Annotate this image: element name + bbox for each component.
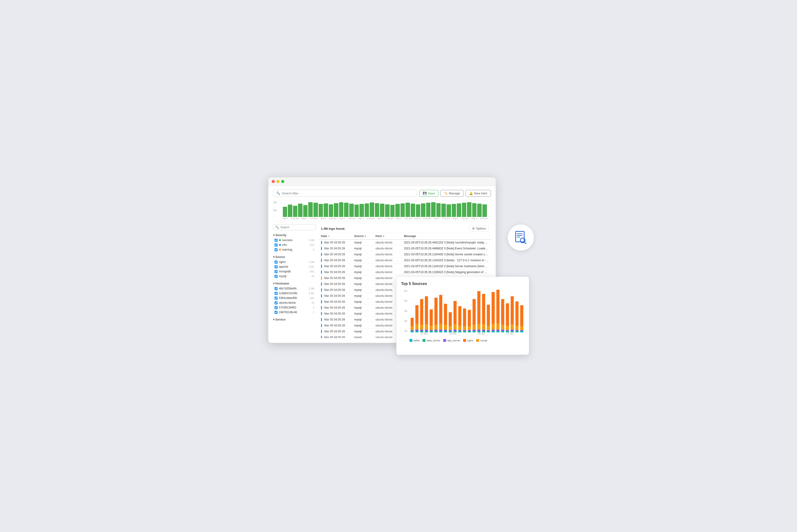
filter-host4-checkbox[interactable] [274, 301, 278, 304]
y-label-5m: 5M [404, 290, 407, 292]
filter-warning-checkbox[interactable] [274, 248, 278, 251]
chart-panel-title: Top 5 Sources [401, 282, 524, 286]
save-icon: 💾 [423, 192, 427, 195]
bar-data_server [439, 331, 442, 332]
filter-apache[interactable]: apache 5.8K [273, 264, 316, 269]
log-message: 2021-03-05T10:35:28.115802Z 0 [Note] Ski… [404, 270, 489, 274]
filter-host3[interactable]: 53b4cddacf68 641 [273, 296, 316, 300]
top-sources-chart-svg [410, 290, 524, 332]
table-row[interactable]: Mar 05 04:05:39 mysql ubuntu-bionic 2021… [319, 251, 491, 258]
filter-mysql-checkbox[interactable] [274, 275, 278, 278]
filter-host2[interactable]: 1c8d6210109c 5.8K [273, 291, 316, 296]
bar-mysql [506, 326, 509, 330]
filter-nginx-checkbox[interactable] [274, 261, 278, 264]
hostname-header[interactable]: ▾ Hostname [273, 281, 316, 286]
filter-host5[interactable]: 5743812fef62 4 [273, 305, 316, 310]
log-source: mysql [354, 282, 376, 286]
table-row[interactable]: Mar 05 04:05:39 mysql ubuntu-bionic 2021… [319, 263, 491, 269]
bar-data_server [411, 331, 414, 332]
maximize-button[interactable] [281, 180, 284, 183]
filter-apache-checkbox[interactable] [274, 265, 278, 268]
log-source: mysql [354, 259, 376, 262]
x-label-time: 3:35 pm [367, 217, 375, 220]
chart-bar [467, 202, 471, 217]
minimize-button[interactable] [276, 180, 279, 183]
filter-host1-checkbox[interactable] [274, 287, 278, 290]
bar-app_server [463, 330, 466, 331]
sidebar-search[interactable]: 🔍 [273, 224, 316, 230]
legend-app-server-dot [443, 339, 446, 342]
filter-host6-label: 2467fd136c46 [279, 310, 297, 314]
top-sources-chart-panel: Top 5 Sources 5M 4M 3M 2M 1M 22 Ma [396, 277, 529, 355]
filter-host6-checkbox[interactable] [274, 311, 278, 314]
severity-indicator [321, 241, 322, 244]
filter-host1-count: 1.3M [308, 287, 314, 290]
filter-nginx[interactable]: nginx 1.3M [273, 260, 316, 264]
filter-apache-count: 5.8K [309, 265, 314, 268]
col-header-host[interactable]: Host ⇅ [376, 234, 404, 238]
bar-app_server [468, 330, 471, 331]
filter-host5-checkbox[interactable] [274, 306, 278, 309]
close-button[interactable] [272, 180, 275, 183]
filter-mysql-label: mysql [279, 274, 286, 278]
filter-mysql-count: 33 [311, 275, 314, 278]
filter-host2-checkbox[interactable] [274, 292, 278, 295]
col-header-source[interactable]: Source ⇅ [354, 234, 376, 238]
severity-section: ▾ Severity success 1.3M info [273, 232, 316, 252]
filter-host3-checkbox[interactable] [274, 297, 278, 300]
chart-bar [313, 203, 318, 217]
hostname-section: ▾ Hostname 48c7d20bb4fc 1.3M 1c8d6210109… [273, 281, 316, 315]
filter-mysql[interactable]: mysql 33 [273, 274, 316, 279]
bar-app_server [477, 329, 480, 331]
filter-success-checkbox[interactable] [274, 239, 278, 242]
table-row[interactable]: Mar 05 04:05:39 mysql ubuntu-bionic 2021… [319, 258, 491, 263]
bar-mysql [491, 324, 494, 329]
filter-success[interactable]: success 1.3M [273, 238, 316, 243]
scene: 🔍 💾 Save 🏷️ Manage 🔔 New Alert [268, 177, 529, 355]
filter-host5-count: 4 [313, 306, 314, 309]
source-header[interactable]: ▾ Source [273, 254, 316, 260]
search-filter-input[interactable] [282, 192, 414, 195]
options-button[interactable]: ⚙ Options [470, 226, 488, 231]
bar-mysql [458, 326, 461, 330]
log-date: Mar 05 04:05:39 [321, 306, 354, 309]
filter-info[interactable]: info 670 [273, 243, 316, 247]
search-bar[interactable]: 🔍 [273, 190, 417, 197]
legend-kafka-dot [410, 339, 412, 342]
sidebar-search-input[interactable] [280, 226, 314, 229]
col-header-date[interactable]: Date ▼ [321, 234, 354, 238]
bar-data_server [415, 331, 418, 332]
log-date: Mar 05 04:05:39 [321, 270, 354, 274]
filter-warning[interactable]: warning 4 [273, 247, 316, 252]
severity-header[interactable]: ▾ Severity [273, 232, 316, 238]
filter-mongodb-checkbox[interactable] [274, 270, 278, 273]
chart-bar [298, 204, 303, 217]
filter-mongodb-count: 641 [310, 270, 314, 273]
filter-host6[interactable]: 2467fd136c46 1 [273, 310, 316, 315]
chart-bar [482, 204, 487, 217]
table-row[interactable]: Mar 05 04:05:39 mysql ubuntu-bionic 2021… [319, 246, 491, 251]
table-row[interactable]: Mar 05 04:05:39 mysql ubuntu-bionic 2021… [319, 240, 491, 246]
table-row[interactable]: Mar 05 04:05:39 mysql ubuntu-bionic 2021… [319, 269, 491, 275]
new-alert-button[interactable]: 🔔 New Alert [466, 190, 491, 197]
service-header[interactable]: ▾ Service [273, 317, 316, 322]
sort-arrow-host: ⇅ [382, 235, 384, 238]
severity-indicator [321, 294, 322, 298]
log-message: 2021-03-05T10:35:28.449125Z 0 [Note] /us… [404, 241, 489, 244]
x-label-22mar: 22 Mar [420, 332, 428, 337]
chevron-down-icon-hostname: ▾ [273, 282, 274, 285]
x-label: Mar 5 [358, 217, 364, 220]
manage-button[interactable]: 🏷️ Manage [440, 190, 464, 197]
chart-bar [385, 204, 390, 217]
bar-app_server [453, 329, 456, 331]
sidebar-filters: 🔍 ▾ Severity success 1.3M [273, 224, 316, 338]
bar-nginx [511, 296, 514, 325]
save-button[interactable]: 💾 Save [419, 190, 438, 197]
log-source: mysql [354, 265, 376, 268]
filter-warning-count: 4 [313, 248, 314, 251]
filter-info-checkbox[interactable] [274, 244, 278, 247]
filter-mongodb[interactable]: mongodb 641 [273, 269, 316, 274]
filter-host1[interactable]: 48c7d20bb4fc 1.3M [273, 286, 316, 291]
filter-host4[interactable]: ubuntu-bionic 33 [273, 300, 316, 305]
bar-mysql [444, 325, 447, 329]
